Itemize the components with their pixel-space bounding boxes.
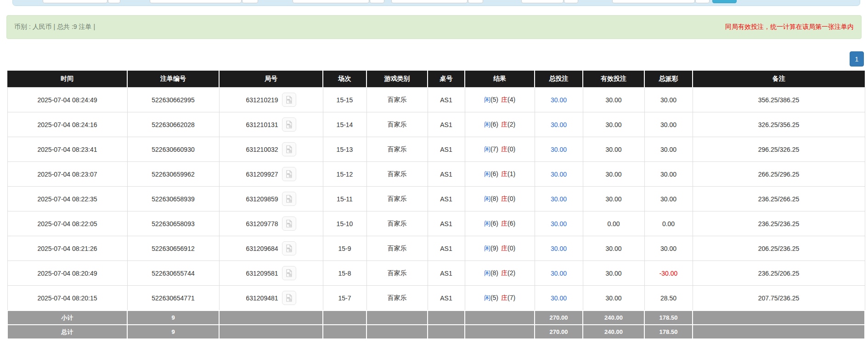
total-bet-link[interactable]: 30.00 — [551, 270, 567, 277]
cell-game-type: 百家乐 — [366, 261, 428, 286]
toolbar-input-6-addon[interactable] — [695, 0, 710, 3]
cell-result: 闲(5)庄(7) — [465, 286, 535, 311]
summary-bar: 币别 : 人民币 | 总共 :9 注单 | 同局有效投注，统一计算在该局第一张注… — [6, 15, 862, 39]
cell-payout: 30.00 — [644, 137, 693, 162]
toolbar-input-3[interactable] — [293, 0, 369, 3]
player-label: 闲 — [484, 294, 490, 301]
toolbar-input-1[interactable] — [43, 0, 107, 3]
cell-time: 2025-07-04 08:22:35 — [7, 187, 127, 211]
video-replay-icon — [285, 145, 293, 154]
cell-payout: 30.00 — [644, 88, 693, 112]
cell-remark: 266.25/296.25 — [693, 162, 865, 187]
cell-time: 2025-07-04 08:21:26 — [7, 236, 127, 261]
cell-bet-id: 522630662028 — [127, 112, 219, 137]
header-time: 时间 — [7, 71, 127, 88]
banker-points: (6) — [507, 220, 515, 227]
video-replay-icon — [285, 194, 293, 203]
cell-bet-id: 522630658939 — [127, 187, 219, 211]
toolbar-input-4[interactable] — [391, 0, 468, 3]
banker-label: 庄 — [501, 145, 507, 153]
video-replay-button[interactable] — [282, 192, 296, 206]
player-points: (9) — [490, 244, 498, 252]
header-game-type: 游戏类别 — [366, 71, 428, 88]
grand-total-count: 9 — [127, 325, 219, 339]
cell-total-bet: 30.00 — [535, 211, 583, 236]
cell-result: 闲(8)庄(2) — [465, 261, 535, 286]
round-id: 631209684 — [246, 245, 278, 252]
cell-table-no: AS1 — [428, 236, 465, 261]
cell-session: 15-9 — [323, 236, 366, 261]
header-payout: 总派彩 — [644, 71, 693, 88]
cell-remark: 207.75/236.25 — [693, 286, 865, 311]
subtotal-total-bet: 270.00 — [535, 311, 583, 325]
pagination-page-1-button[interactable]: 1 — [850, 51, 864, 67]
video-replay-button[interactable] — [282, 216, 296, 231]
toolbar-input-1-addon[interactable] — [108, 0, 120, 3]
video-replay-button[interactable] — [282, 93, 296, 107]
total-bet-link[interactable]: 30.00 — [551, 171, 567, 178]
table-row: 2025-07-04 08:24:49 522630662995 6312102… — [7, 88, 865, 112]
total-bet-link[interactable]: 30.00 — [551, 195, 567, 203]
toolbar-input-2[interactable] — [150, 0, 242, 3]
total-bet-link[interactable]: 30.00 — [551, 245, 567, 252]
cell-result: 闲(8)庄(0) — [465, 187, 535, 211]
toolbar-input-4-addon[interactable] — [468, 0, 483, 3]
video-replay-button[interactable] — [282, 167, 296, 181]
cell-payout: 30.00 — [644, 187, 693, 211]
table-header-row: 时间 注单编号 局号 场次 游戏类别 桌号 结果 总投注 有效投注 总派彩 备注 — [7, 71, 865, 88]
cell-session: 15-12 — [323, 162, 366, 187]
cell-payout: 30.00 — [644, 112, 693, 137]
cell-total-bet: 30.00 — [535, 112, 583, 137]
cell-table-no: AS1 — [428, 211, 465, 236]
toolbar-input-5-addon[interactable] — [564, 0, 578, 3]
total-bet-link[interactable]: 30.00 — [551, 121, 567, 128]
subtotal-count: 9 — [127, 311, 219, 325]
cell-session: 15-8 — [323, 261, 366, 286]
table-row: 2025-07-04 08:23:41 522630660930 6312100… — [7, 137, 865, 162]
video-replay-icon — [285, 120, 293, 129]
cell-time: 2025-07-04 08:23:07 — [7, 162, 127, 187]
player-points: (6) — [490, 121, 498, 128]
cell-total-bet: 30.00 — [535, 261, 583, 286]
cell-remark: 236.25/206.25 — [693, 261, 865, 286]
cell-valid-bet: 30.00 — [583, 137, 644, 162]
toolbar-input-6[interactable] — [612, 0, 695, 3]
total-bet-link[interactable]: 30.00 — [551, 220, 567, 227]
round-id: 631210219 — [246, 96, 278, 104]
cell-game-type: 百家乐 — [366, 187, 428, 211]
header-session: 场次 — [323, 71, 366, 88]
cell-result: 闲(5)庄(4) — [465, 88, 535, 112]
cell-round-id: 631210219 — [219, 88, 323, 112]
video-replay-button[interactable] — [282, 117, 296, 132]
banker-label: 庄 — [501, 96, 507, 103]
cell-result: 闲(6)庄(1) — [465, 162, 535, 187]
round-id: 631209927 — [246, 171, 278, 178]
video-replay-button[interactable] — [282, 241, 296, 255]
subtotal-payout: 178.50 — [644, 311, 693, 325]
banker-label: 庄 — [501, 170, 507, 178]
cell-remark: 236.25/236.25 — [693, 211, 865, 236]
cell-game-type: 百家乐 — [366, 286, 428, 311]
video-replay-button[interactable] — [282, 266, 296, 280]
banker-label: 庄 — [501, 195, 507, 202]
banker-label: 庄 — [501, 220, 507, 227]
total-bet-link[interactable]: 30.00 — [551, 96, 567, 104]
subtotal-valid-bet: 240.00 — [583, 311, 644, 325]
cell-result: 闲(6)庄(6) — [465, 211, 535, 236]
cell-round-id: 631209859 — [219, 187, 323, 211]
grand-total-total-bet: 270.00 — [535, 325, 583, 339]
total-bet-link[interactable]: 30.00 — [551, 294, 567, 302]
video-replay-icon — [285, 244, 293, 253]
cell-bet-id: 522630660930 — [127, 137, 219, 162]
video-replay-button[interactable] — [282, 142, 296, 156]
cell-bet-id: 522630662995 — [127, 88, 219, 112]
cell-valid-bet: 30.00 — [583, 187, 644, 211]
toolbar-input-2-addon[interactable] — [242, 0, 258, 3]
search-button[interactable] — [712, 0, 737, 3]
total-bet-link[interactable]: 30.00 — [551, 146, 567, 153]
cell-game-type: 百家乐 — [366, 112, 428, 137]
video-replay-button[interactable] — [282, 291, 296, 305]
toolbar-input-5[interactable] — [521, 0, 564, 3]
toolbar-input-3-addon[interactable] — [370, 0, 384, 3]
cell-round-id: 631210131 — [219, 112, 323, 137]
